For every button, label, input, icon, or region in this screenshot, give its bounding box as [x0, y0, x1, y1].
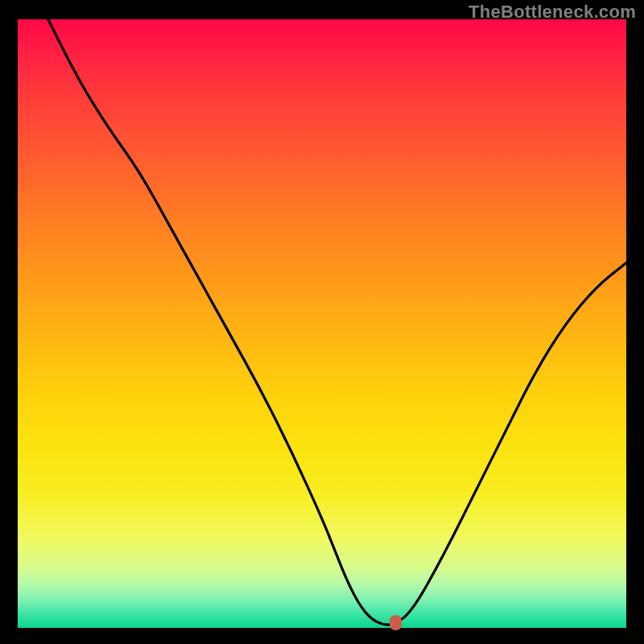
curve-svg: [18, 19, 626, 628]
bottleneck-curve-path: [48, 19, 626, 625]
plot-area: [18, 19, 626, 628]
chart-frame: TheBottleneck.com: [0, 0, 644, 644]
min-marker: [390, 615, 402, 630]
watermark-text: TheBottleneck.com: [469, 2, 636, 23]
